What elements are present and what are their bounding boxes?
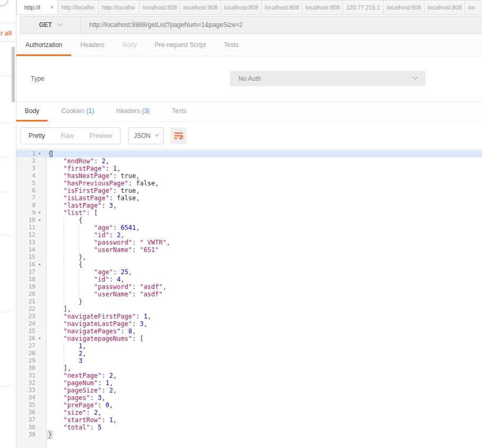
fold-spacer: [35, 254, 44, 261]
line-gutter: 14: [16, 246, 47, 254]
fold-spacer: [35, 157, 44, 165]
auth-type-select[interactable]: No Auth: [230, 71, 425, 86]
fold-spacer: [35, 231, 44, 239]
line-gutter: 8: [16, 202, 47, 209]
tab-inactive[interactable]: loc: [465, 0, 482, 15]
json-punctuation: :: [113, 187, 121, 194]
fold-spacer: [35, 165, 44, 172]
json-number: 1: [144, 313, 147, 320]
response-tab-label: Headers: [116, 107, 142, 115]
json-number: 1: [105, 379, 109, 387]
history-item-divider: [0, 235, 12, 236]
json-key: "pageNum": [63, 379, 98, 387]
indent-guide: [63, 268, 64, 276]
code-line: 19 "password": "asdf",: [16, 283, 482, 291]
view-mode-raw[interactable]: Raw: [53, 128, 81, 144]
tab-inactive[interactable]: localhost:808: [180, 0, 221, 15]
request-tab-body[interactable]: Body: [113, 35, 145, 56]
line-gutter: 39: [16, 431, 47, 438]
code-line: 37 "startRow": 1,: [16, 416, 482, 424]
json-number: 5: [98, 424, 101, 431]
fold-arrow-icon[interactable]: ▾: [35, 150, 44, 157]
indent-guide: [63, 276, 64, 283]
response-tab-cookies[interactable]: Cookies (1): [53, 102, 102, 122]
tab-inactive[interactable]: localhost:808: [220, 0, 262, 15]
json-whitespace: [48, 416, 63, 424]
close-icon[interactable]: ×: [50, 1, 54, 14]
request-tab-tests[interactable]: Tests: [215, 35, 247, 56]
fold-spacer: [35, 239, 44, 246]
json-key: "total": [63, 424, 90, 431]
code-line: 26▾ "navigatepageNums": [: [16, 335, 482, 342]
fold-spacer: [35, 394, 44, 402]
request-tab-headers[interactable]: Headers: [71, 35, 113, 56]
json-whitespace: [48, 283, 94, 291]
line-number: 32: [16, 379, 35, 387]
response-tab-tests[interactable]: Tests: [163, 102, 195, 122]
tab-inactive[interactable]: localhost:808: [139, 0, 180, 15]
json-punctuation: :: [113, 268, 121, 276]
line-gutter: 5: [16, 180, 47, 187]
tab-inactive[interactable]: http://localho: [98, 0, 140, 15]
code-line: 24 "navigateLastPage": 3,: [16, 320, 482, 328]
code-content: "hasPreviousPage": false,: [47, 180, 482, 187]
line-number: 37: [16, 416, 35, 424]
wrap-lines-button[interactable]: [170, 127, 187, 144]
tab-inactive[interactable]: 120.77.215.1: [342, 0, 384, 15]
code-line: 5 "hasPreviousPage": false,: [16, 180, 482, 187]
main-panel: http://l × http://localhohttp://localhol…: [16, 0, 482, 448]
json-punctuation: ,: [136, 187, 140, 194]
line-number: 1: [16, 150, 35, 157]
line-gutter: 31: [16, 372, 47, 379]
json-whitespace: [48, 305, 63, 313]
fold-arrow-icon[interactable]: ▾: [35, 335, 44, 342]
tab-inactive[interactable]: localhost:808: [261, 0, 302, 15]
tab-inactive[interactable]: http://localho: [58, 0, 99, 15]
json-punctuation: ,: [163, 283, 166, 291]
code-content: },: [47, 254, 482, 261]
line-number: 4: [16, 172, 35, 180]
response-body-editor[interactable]: 1▾{2 "endRow": 2,3 "firstPage": 1,4 "has…: [16, 148, 482, 448]
tab-active[interactable]: http://l ×: [16, 0, 58, 15]
clear-all-link[interactable]: r all: [1, 30, 12, 37]
json-punctuation: ,: [105, 157, 109, 165]
line-gutter: 22: [16, 305, 47, 313]
json-whitespace: [48, 291, 94, 298]
line-gutter: 6: [16, 187, 47, 194]
request-tabs: AuthorizationHeadersBodyPre-request Scri…: [16, 35, 482, 57]
response-tab-headers[interactable]: Headers (3): [108, 102, 158, 122]
request-tab-pre-request-script[interactable]: Pre-request Script: [146, 35, 215, 56]
json-punctuation: ,: [121, 276, 124, 283]
line-gutter: 32: [16, 379, 47, 387]
history-item-divider: [0, 157, 12, 157]
fold-arrow-icon[interactable]: ▾: [35, 217, 44, 224]
json-key: "startRow": [63, 416, 101, 424]
line-gutter: 35: [16, 402, 47, 409]
json-punctuation: ,: [82, 350, 86, 357]
language-select[interactable]: JSON: [128, 127, 164, 144]
view-mode-preview[interactable]: Preview: [81, 128, 120, 144]
line-number: 23: [16, 313, 35, 320]
tab-inactive[interactable]: localhost:808: [302, 0, 343, 15]
line-gutter: 15: [16, 254, 47, 261]
tab-inactive[interactable]: localhost:808: [424, 0, 465, 15]
fold-arrow-icon[interactable]: ▾: [35, 209, 44, 217]
code-content: "userName": "651": [47, 246, 482, 254]
json-punctuation: :: [132, 283, 140, 291]
postman-window: r all http://l × http://localhohttp://lo…: [0, 0, 482, 448]
code-line: 14 "userName": "651": [16, 246, 482, 254]
response-tab-body[interactable]: Body: [16, 102, 48, 122]
json-boolean: true: [121, 172, 136, 180]
code-line: 34 "pages": 3,: [16, 394, 482, 402]
code-content: "lastPage": 3,: [47, 202, 482, 209]
fold-arrow-icon[interactable]: ▾: [35, 261, 44, 268]
code-content: ],: [47, 305, 482, 313]
code-line: 7 "isLastPage": false,: [16, 194, 482, 202]
method-dropdown[interactable]: GET: [21, 16, 81, 33]
fold-spacer: [35, 350, 44, 357]
request-tab-authorization[interactable]: Authorization: [16, 35, 71, 56]
sidebar-scrollbar[interactable]: [12, 46, 15, 102]
url-input[interactable]: http://localhost:8888/getList?pageNum=1&…: [81, 16, 482, 33]
view-mode-pretty[interactable]: Pretty: [21, 128, 53, 144]
tab-inactive[interactable]: localhost:808: [383, 0, 424, 15]
